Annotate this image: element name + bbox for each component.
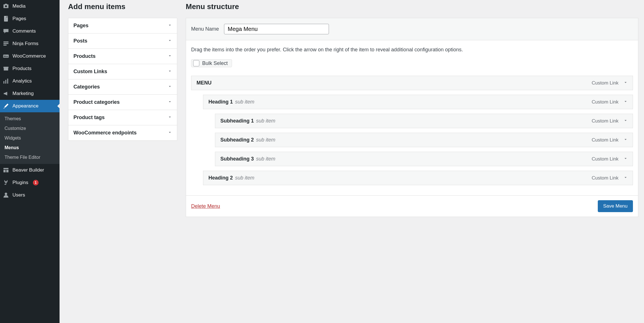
- menu-item-title: Heading 1: [208, 99, 233, 105]
- svg-rect-10: [7, 79, 8, 84]
- archive-icon: [3, 66, 9, 72]
- admin-sidebar: Media Pages Comments Ninja Forms Woo Woo…: [0, 0, 60, 323]
- sidebar-item-marketing[interactable]: Marketing: [0, 87, 60, 100]
- accordion-item-product-tags[interactable]: Product tags: [68, 110, 177, 125]
- svg-text:Woo: Woo: [4, 55, 9, 58]
- accordion-item-woocommerce-endpoints[interactable]: WooCommerce endpoints: [68, 125, 177, 140]
- sidebar-item-pages[interactable]: Pages: [0, 12, 60, 25]
- svg-point-14: [5, 193, 7, 195]
- sidebar-item-label: Marketing: [12, 91, 34, 96]
- sidebar-item-label: Analytics: [12, 78, 32, 84]
- sidebar-item-label: Products: [12, 66, 31, 71]
- accordion-label: Product tags: [73, 115, 105, 121]
- svg-rect-8: [3, 81, 4, 84]
- user-icon: [3, 192, 9, 198]
- accordion-label: Custom Links: [73, 69, 107, 75]
- panel-footer: Delete Menu Save Menu: [186, 195, 638, 217]
- menu-item-type: Custom Link: [592, 137, 618, 143]
- sidebar-item-analytics[interactable]: Analytics: [0, 75, 60, 87]
- accordion-label: Products: [73, 53, 96, 59]
- sidebar-item-label: Beaver Builder: [12, 167, 44, 173]
- accordion-item-custom-links[interactable]: Custom Links: [68, 64, 177, 79]
- sub-item-tag: sub item: [256, 137, 275, 143]
- menu-item-menu[interactable]: MENU Custom Link: [191, 76, 633, 90]
- menu-item-subheading-2[interactable]: Subheading 2sub item Custom Link: [215, 133, 633, 147]
- sidebar-item-products[interactable]: Products: [0, 62, 60, 75]
- submenu-item-customize[interactable]: Customize: [0, 124, 60, 133]
- sidebar-item-media[interactable]: Media: [0, 0, 60, 12]
- chevron-down-icon[interactable]: [624, 80, 628, 86]
- sidebar-item-plugins[interactable]: Plugins 1: [0, 176, 60, 189]
- accordion-item-categories[interactable]: Categories: [68, 79, 177, 94]
- chevron-down-icon: [168, 69, 172, 74]
- comments-icon: [3, 28, 9, 34]
- camera-icon: [3, 3, 9, 9]
- menu-structure-column: Menu structure Menu Name Drag the items …: [186, 0, 638, 323]
- chevron-down-icon: [168, 39, 172, 43]
- chevron-down-icon[interactable]: [624, 175, 628, 181]
- chevron-down-icon: [168, 23, 172, 28]
- panel-body: Drag the items into the order you prefer…: [186, 40, 638, 195]
- save-menu-button[interactable]: Save Menu: [598, 200, 633, 212]
- menu-item-heading-2[interactable]: Heading 2sub item Custom Link: [203, 171, 633, 185]
- chevron-down-icon[interactable]: [624, 99, 628, 105]
- sidebar-item-ninja-forms[interactable]: Ninja Forms: [0, 37, 60, 50]
- sub-item-tag: sub item: [235, 175, 254, 181]
- menu-item-subheading-1[interactable]: Subheading 1sub item Custom Link: [215, 114, 633, 128]
- woocommerce-icon: Woo: [3, 53, 9, 59]
- submenu-item-widgets[interactable]: Widgets: [0, 133, 60, 143]
- submenu-item-menus[interactable]: Menus: [0, 143, 60, 153]
- chevron-down-icon[interactable]: [624, 156, 628, 162]
- content-area: Add menu items Pages Posts Products Cust…: [60, 0, 644, 323]
- chevron-down-icon: [168, 54, 172, 59]
- sidebar-item-users[interactable]: Users: [0, 189, 60, 201]
- chevron-down-icon: [168, 100, 172, 105]
- help-text: Drag the items into the order you prefer…: [191, 46, 633, 54]
- menu-item-type: Custom Link: [592, 156, 618, 162]
- forms-icon: [3, 41, 9, 47]
- chevron-down-icon[interactable]: [624, 118, 628, 124]
- add-menu-items-title: Add menu items: [68, 2, 177, 11]
- sidebar-item-appearance[interactable]: Appearance: [0, 100, 60, 112]
- megaphone-icon: [3, 90, 9, 97]
- delete-menu-link[interactable]: Delete Menu: [191, 203, 220, 209]
- chevron-down-icon[interactable]: [624, 137, 628, 143]
- chevron-down-icon: [168, 115, 172, 120]
- svg-rect-6: [3, 67, 9, 68]
- sidebar-item-beaver-builder[interactable]: Beaver Builder: [0, 164, 60, 176]
- accordion-item-product-categories[interactable]: Product categories: [68, 94, 177, 110]
- accordion-label: Posts: [73, 38, 87, 44]
- sidebar-item-comments[interactable]: Comments: [0, 25, 60, 37]
- accordion-item-pages[interactable]: Pages: [68, 18, 177, 33]
- update-badge: 1: [33, 180, 39, 185]
- menu-item-title: Heading 2: [208, 175, 233, 181]
- sidebar-item-woocommerce[interactable]: Woo WooCommerce: [0, 50, 60, 62]
- menu-item-heading-1[interactable]: Heading 1sub item Custom Link: [203, 95, 633, 109]
- accordion-label: Pages: [73, 23, 88, 29]
- svg-rect-7: [4, 68, 8, 71]
- svg-rect-9: [5, 80, 6, 84]
- svg-rect-2: [3, 43, 9, 44]
- submenu-item-theme-file-editor[interactable]: Theme File Editor: [0, 153, 60, 162]
- appearance-submenu: Themes Customize Widgets Menus Theme Fil…: [0, 112, 60, 164]
- bulk-select-toggle[interactable]: Bulk Select: [191, 59, 232, 67]
- chevron-down-icon: [168, 130, 172, 135]
- menu-name-input[interactable]: [224, 24, 329, 34]
- accordion-item-products[interactable]: Products: [68, 48, 177, 64]
- sidebar-item-label: Users: [12, 192, 25, 198]
- layout-icon: [3, 167, 9, 173]
- accordion-item-posts[interactable]: Posts: [68, 33, 177, 48]
- sidebar-item-label: Appearance: [12, 103, 39, 109]
- chevron-down-icon: [168, 85, 172, 89]
- checkbox-icon[interactable]: [193, 60, 199, 66]
- submenu-item-themes[interactable]: Themes: [0, 114, 60, 124]
- menu-item-subheading-3[interactable]: Subheading 3sub item Custom Link: [215, 152, 633, 166]
- menu-item-type: Custom Link: [592, 80, 618, 86]
- svg-rect-3: [3, 45, 7, 45]
- sub-item-tag: sub item: [256, 156, 275, 162]
- menu-item-title: Subheading 3: [220, 156, 254, 162]
- menu-name-label: Menu Name: [191, 26, 219, 32]
- menu-tree: MENU Custom Link Heading 1sub item Custo…: [191, 76, 633, 185]
- pages-icon: [3, 16, 9, 22]
- menu-structure-panel: Menu Name Drag the items into the order …: [186, 18, 638, 217]
